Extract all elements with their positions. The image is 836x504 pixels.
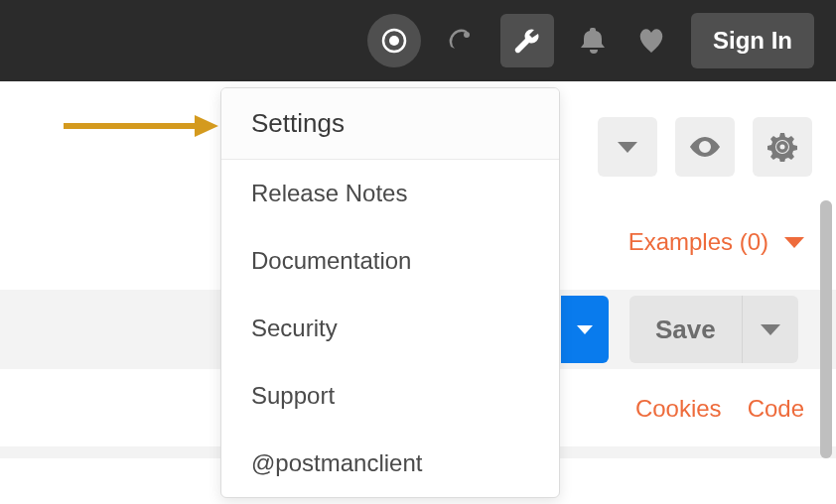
menu-item-security[interactable]: Security — [221, 295, 559, 362]
send-dropdown-button[interactable] — [561, 296, 609, 363]
menu-item-settings[interactable]: Settings — [221, 88, 559, 160]
svg-point-1 — [389, 36, 399, 46]
sign-in-button[interactable]: Sign In — [691, 13, 814, 68]
eye-icon-button[interactable] — [675, 117, 735, 177]
sync-icon[interactable] — [367, 14, 421, 67]
menu-item-twitter[interactable]: @postmanclient — [221, 430, 559, 497]
chevron-down-icon — [761, 324, 780, 335]
cookies-link[interactable]: Cookies — [635, 395, 722, 423]
save-dropdown-button[interactable] — [743, 296, 798, 363]
chevron-down-icon — [577, 325, 593, 334]
examples-dropdown[interactable]: Examples (0) — [628, 228, 804, 256]
examples-label: Examples (0) — [628, 228, 768, 256]
save-button-group: Save — [629, 296, 798, 363]
chevron-down-icon — [618, 142, 637, 153]
menu-item-documentation[interactable]: Documentation — [221, 227, 559, 295]
satellite-icon[interactable] — [443, 23, 479, 59]
app-header: Sign In — [0, 0, 836, 81]
svg-point-3 — [702, 144, 708, 150]
wrench-menu: Settings Release Notes Documentation Sec… — [220, 87, 560, 498]
scrollbar-thumb[interactable] — [820, 200, 832, 458]
bell-icon[interactable] — [576, 23, 612, 59]
request-links: Cookies Code — [635, 395, 804, 423]
save-button[interactable]: Save — [629, 296, 743, 363]
heart-icon[interactable] — [633, 23, 669, 59]
chevron-down-icon — [784, 237, 804, 248]
code-link[interactable]: Code — [748, 395, 804, 423]
env-dropdown-button[interactable] — [598, 117, 657, 177]
gear-icon — [767, 132, 797, 162]
menu-item-support[interactable]: Support — [221, 362, 559, 430]
scrollbar-track[interactable] — [820, 200, 832, 458]
svg-point-2 — [464, 32, 470, 38]
wrench-icon[interactable] — [500, 14, 554, 67]
gear-icon-button[interactable] — [753, 117, 812, 177]
collection-toolbar — [598, 117, 812, 177]
eye-icon — [688, 135, 722, 159]
menu-item-release-notes[interactable]: Release Notes — [221, 160, 559, 227]
